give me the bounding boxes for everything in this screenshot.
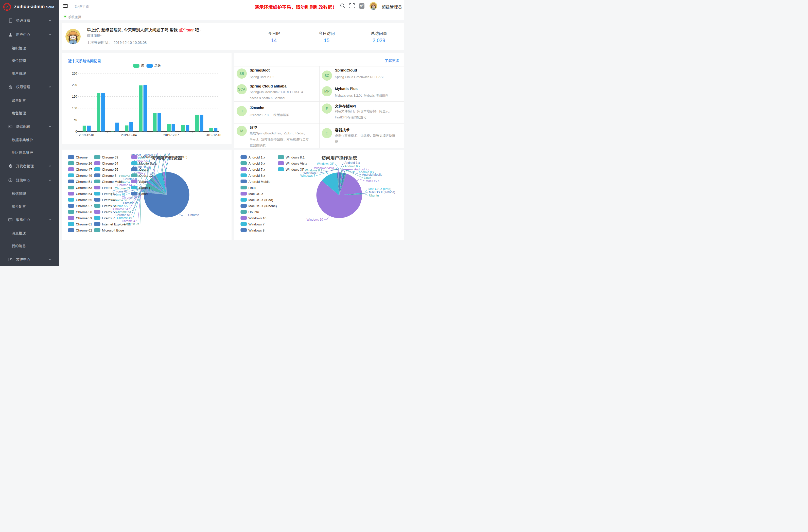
svg-text:Safari 11: Safari 11 — [139, 186, 152, 190]
svg-text:Chrome 8: Chrome 8 — [102, 174, 116, 178]
svg-text:Safari: Safari — [139, 180, 148, 184]
svg-text:Windows 10: Windows 10 — [306, 218, 323, 221]
svg-text:Chrome 58: Chrome 58 — [76, 210, 92, 214]
svg-text:2019-12-07: 2019-12-07 — [163, 133, 179, 137]
svg-text:Android 1.x: Android 1.x — [344, 161, 360, 165]
svg-text:Chrome 54: Chrome 54 — [76, 192, 92, 196]
svg-text:Opera 12: Opera 12 — [139, 174, 153, 178]
svg-text:Firefox 42: Firefox 42 — [102, 192, 117, 196]
svg-text:Chrome 57: Chrome 57 — [76, 204, 92, 208]
svg-text:您: 您 — [141, 64, 144, 68]
svg-text:Chrome 49: Chrome 49 — [76, 174, 92, 178]
svg-text:Opera: Opera — [139, 168, 149, 171]
svg-text:Chrome 65: Chrome 65 — [102, 168, 118, 171]
svg-text:Windows 8.1: Windows 8.1 — [286, 155, 304, 159]
svg-text:100: 100 — [72, 107, 77, 110]
svg-text:Android 8.x: Android 8.x — [248, 174, 265, 178]
svg-text:Chrome Mobile: Chrome Mobile — [102, 180, 124, 184]
svg-text:Mac OS X (iPad): Mac OS X (iPad) — [368, 187, 391, 191]
svg-text:Mac OS X (iPad): Mac OS X (iPad) — [248, 198, 273, 202]
svg-text:Windows XP: Windows XP — [286, 168, 304, 171]
svg-text:Chrome 53: Chrome 53 — [76, 186, 92, 190]
svg-text:Windows 8: Windows 8 — [248, 228, 264, 232]
svg-text:250: 250 — [72, 72, 77, 75]
svg-text:Mac OS X (iPhone): Mac OS X (iPhone) — [248, 204, 277, 208]
svg-text:Mac OS X: Mac OS X — [366, 179, 380, 183]
svg-text:Windows 7: Windows 7 — [300, 174, 315, 178]
svg-text:Chrome 55: Chrome 55 — [76, 198, 92, 202]
svg-text:Android 1.x: Android 1.x — [248, 155, 265, 159]
svg-text:Firefox 56: Firefox 56 — [102, 210, 117, 214]
svg-text:Chrome 26: Chrome 26 — [76, 162, 92, 165]
svg-text:Windows 10: Windows 10 — [248, 216, 266, 220]
svg-text:Z: Z — [6, 5, 8, 9]
svg-text:2019-12-01: 2019-12-01 — [79, 133, 95, 137]
svg-text:Windows Vista: Windows Vista — [286, 162, 307, 165]
svg-text:2019-12-04: 2019-12-04 — [121, 133, 137, 137]
svg-text:Internet Explorer 11: Internet Explorer 11 — [102, 222, 131, 226]
svg-text:Chrome: Chrome — [188, 213, 199, 217]
svg-text:总数: 总数 — [154, 64, 161, 68]
svg-text:Chrome 51: Chrome 51 — [76, 180, 92, 184]
svg-text:Android 7.x: Android 7.x — [248, 168, 265, 171]
svg-text:Windows 7: Windows 7 — [248, 222, 264, 226]
svg-text:150: 150 — [72, 95, 77, 98]
svg-text:Safari 9: Safari 9 — [139, 192, 151, 196]
svg-text:Chrome 64: Chrome 64 — [102, 162, 118, 165]
svg-text:Chrome 59: Chrome 59 — [76, 216, 92, 220]
svg-text:Chrome: Chrome — [76, 155, 88, 159]
svg-text:Ubuntu: Ubuntu — [248, 210, 259, 214]
svg-text:Firefox 51: Firefox 51 — [102, 204, 117, 208]
svg-text:Firefox 45: Firefox 45 — [102, 198, 117, 202]
svg-text:Android Mobile: Android Mobile — [248, 180, 270, 184]
svg-text:50: 50 — [74, 118, 77, 122]
svg-text:Chrome 63: Chrome 63 — [102, 155, 118, 159]
svg-text:Android 6.x: Android 6.x — [248, 162, 265, 165]
svg-text:Mac OS X (iPhone): Mac OS X (iPhone) — [369, 190, 395, 194]
svg-text:Chrome 61: Chrome 61 — [76, 222, 92, 226]
svg-text:Ubuntu: Ubuntu — [369, 194, 379, 197]
svg-text:Firefox 7: Firefox 7 — [102, 216, 115, 220]
svg-text:Mac OS X: Mac OS X — [248, 192, 263, 196]
svg-text:Chrome 62: Chrome 62 — [76, 228, 92, 232]
svg-text:200: 200 — [72, 83, 77, 87]
svg-text:Firefox: Firefox — [102, 186, 112, 190]
svg-text:Mobile Safari: Mobile Safari — [139, 162, 159, 165]
svg-text:Linux: Linux — [248, 186, 256, 190]
svg-text:Windows XP: Windows XP — [317, 162, 334, 166]
svg-text:2019-12-10: 2019-12-10 — [205, 133, 221, 137]
svg-text:Chrome 47: Chrome 47 — [76, 168, 92, 171]
svg-text:Microsoft Edge: Microsoft Edge — [102, 228, 124, 232]
